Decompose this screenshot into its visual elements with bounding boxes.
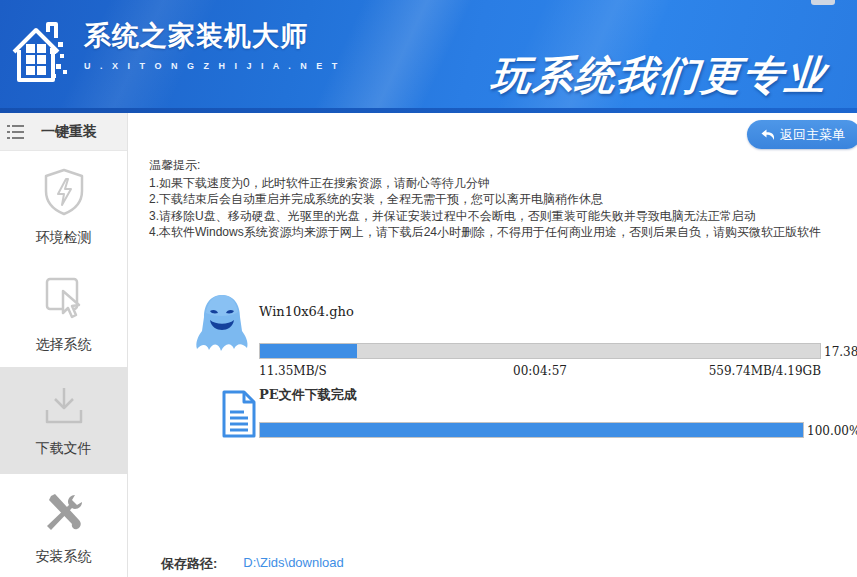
sidebar-item-label: 安装系统 (36, 548, 92, 566)
house-logo-icon (10, 18, 72, 90)
tips-line: 1.如果下载速度为0，此时软件正在搜索资源，请耐心等待几分钟 (149, 175, 821, 192)
app-window: 系统之家装机大师 U . X I T O N G Z H I J I A . N… (0, 0, 857, 577)
sidebar-item-label: 环境检测 (36, 229, 92, 247)
back-button-label: 返回主菜单 (780, 126, 845, 144)
back-to-menu-button[interactable]: 返回主菜单 (747, 120, 857, 149)
pe-prefix: PE (259, 387, 279, 402)
tips-block: 温馨提示: 1.如果下载速度为0，此时软件正在搜索资源，请耐心等待几分钟 2.下… (149, 157, 821, 241)
progress-bar-gho (259, 343, 821, 359)
save-path-link[interactable]: D:\Zids\download (243, 555, 343, 573)
ghost-icon (193, 289, 251, 367)
sidebar-item-select-system[interactable]: 选择系统 (0, 260, 127, 367)
back-arrow-icon (761, 129, 775, 141)
tools-icon (41, 490, 87, 540)
download-icon (41, 384, 87, 432)
pe-download-label: PE文件下载完成 (259, 386, 357, 404)
tips-line: 3.请移除U盘、移动硬盘、光驱里的光盘，并保证安装过程中不会断电，否则重装可能失… (149, 208, 821, 225)
shield-lightning-icon (41, 167, 87, 221)
sidebar-item-download-files[interactable]: 下载文件 (0, 367, 127, 474)
sidebar-item-env-check[interactable]: 环境检测 (0, 153, 127, 260)
progress-bar-pe (259, 422, 804, 438)
tips-line: 2.下载结束后会自动重启并完成系统的安装，全程无需干预，您可以离开电脑稍作休息 (149, 191, 821, 208)
logo-text: 系统之家装机大师 U . X I T O N G Z H I J I A . N… (84, 22, 341, 71)
sidebar-item-install-system[interactable]: 安装系统 (0, 474, 127, 577)
header-slogan: 玩系统我们更专业 (489, 48, 830, 103)
save-path-row: 保存路径: D:\Zids\download (161, 555, 344, 573)
progress-fill (260, 423, 803, 437)
list-icon (7, 124, 25, 140)
cursor-select-icon (41, 274, 87, 328)
progress-fill (260, 344, 357, 358)
pe-suffix: 文件下载完成 (279, 387, 357, 402)
sidebar-item-label: 下载文件 (36, 440, 92, 458)
logo: 系统之家装机大师 U . X I T O N G Z H I J I A . N… (10, 18, 341, 90)
minimize-button[interactable] (811, 0, 835, 5)
save-path-label: 保存路径: (161, 555, 217, 573)
download-speed: 11.35MB/S (259, 364, 446, 378)
main-panel: 返回主菜单 温馨提示: 1.如果下载速度为0，此时软件正在搜索资源，请耐心等待几… (129, 113, 857, 577)
app-title: 系统之家装机大师 (84, 22, 341, 52)
sidebar-item-onekey-reinstall[interactable]: 一键重装 (0, 113, 127, 151)
sidebar-nav: 环境检测 选择系统 (0, 153, 127, 577)
sidebar: 一键重装 环境检测 选择系统 (0, 113, 128, 577)
app-subtitle: U . X I T O N G Z H I J I A . N E T (84, 61, 341, 71)
progress-percent: 17.38% (824, 345, 857, 359)
downloaded-size: 559.74MB/4.19GB (634, 364, 821, 378)
sidebar-item-label: 选择系统 (36, 336, 92, 354)
tips-title: 温馨提示: (149, 157, 821, 174)
download-stats: 11.35MB/S 00:04:57 559.74MB/4.19GB (259, 364, 821, 378)
header-banner: 系统之家装机大师 U . X I T O N G Z H I J I A . N… (0, 0, 857, 113)
progress-percent: 100.00% (807, 424, 857, 438)
download-file-name: Win10x64.gho (259, 304, 354, 319)
document-icon (221, 390, 257, 442)
sidebar-item-label: 一键重装 (25, 123, 127, 141)
tips-line: 4.本软件Windows系统资源均来源于网上，请下载后24小时删除，不得用于任何… (149, 224, 821, 241)
time-remaining: 00:04:57 (446, 364, 633, 378)
